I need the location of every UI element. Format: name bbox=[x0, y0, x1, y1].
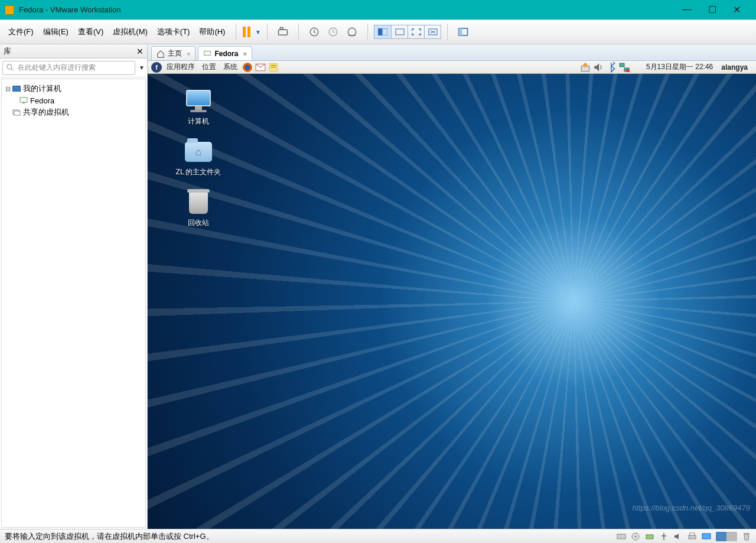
note-icon[interactable] bbox=[268, 63, 279, 72]
svg-rect-29 bbox=[689, 535, 696, 539]
svg-rect-7 bbox=[396, 29, 404, 35]
maximize-button[interactable]: ☐ bbox=[708, 4, 716, 15]
pause-icon bbox=[243, 27, 250, 37]
tree-fedora[interactable]: Fedora bbox=[4, 95, 143, 106]
usb-icon[interactable] bbox=[659, 532, 669, 541]
desktop-icon-label: 计算机 bbox=[172, 116, 224, 126]
desktop-computer-icon[interactable]: 计算机 bbox=[172, 88, 224, 126]
view-unity-button[interactable] bbox=[424, 25, 441, 38]
menu-tabs[interactable]: 选项卡(T) bbox=[152, 24, 195, 40]
status-hint: 要将输入定向到该虚拟机，请在虚拟机内部单击或按 Ctrl+G。 bbox=[5, 531, 617, 542]
gnome-places-menu[interactable]: 位置 bbox=[198, 62, 220, 72]
snapshot-manager-button[interactable] bbox=[345, 25, 359, 39]
library-header: 库 ✕ bbox=[0, 44, 147, 58]
gnome-applications-menu[interactable]: 应用程序 bbox=[163, 62, 198, 72]
svg-point-27 bbox=[635, 535, 637, 537]
svg-point-4 bbox=[348, 28, 357, 36]
svg-point-11 bbox=[7, 64, 12, 69]
desktop-home-folder-icon[interactable]: ZL 的主文件夹 bbox=[172, 139, 224, 177]
minimize-button[interactable]: — bbox=[682, 4, 692, 15]
menu-help[interactable]: 帮助(H) bbox=[194, 24, 230, 40]
trash-icon bbox=[184, 190, 213, 216]
tree-label: Fedora bbox=[30, 96, 54, 105]
svg-rect-22 bbox=[620, 63, 624, 67]
close-button[interactable]: ✕ bbox=[733, 4, 741, 15]
library-title: 库 bbox=[4, 46, 11, 57]
vm-icon bbox=[203, 50, 211, 58]
input-toggle[interactable] bbox=[716, 532, 737, 541]
menu-view[interactable]: 查看(V) bbox=[73, 24, 108, 40]
sound-icon[interactable] bbox=[673, 532, 683, 541]
search-icon bbox=[6, 64, 14, 71]
separator bbox=[447, 24, 448, 40]
separator bbox=[267, 24, 268, 40]
keyboard-icon bbox=[278, 27, 288, 37]
search-input[interactable]: 在此处键入内容进行搜索 bbox=[2, 61, 135, 75]
tab-label: 主页 bbox=[168, 48, 182, 58]
library-tree: ⊟ 我的计算机 Fedora 共享的虚拟机 bbox=[1, 79, 146, 528]
chevron-down-icon[interactable]: ▼ bbox=[255, 29, 261, 35]
watermark: https://blog.csdn.net/qq_30869479 bbox=[633, 503, 751, 512]
fedora-logo-icon[interactable]: f bbox=[151, 62, 162, 73]
view-windowed-button[interactable] bbox=[391, 25, 408, 38]
unity-icon bbox=[428, 28, 438, 35]
folder-icon bbox=[184, 139, 213, 165]
expand-icon[interactable]: ⊟ bbox=[4, 85, 11, 93]
tab-close-button[interactable]: × bbox=[187, 50, 190, 57]
mail-icon[interactable] bbox=[255, 63, 266, 72]
send-keys-button[interactable] bbox=[276, 25, 290, 39]
gnome-user-menu[interactable]: alangya bbox=[716, 63, 752, 71]
library-search: 在此处键入内容进行搜索 ▼ bbox=[0, 58, 147, 77]
clock-manage-icon bbox=[347, 27, 357, 37]
menubar: 文件(F) 编辑(E) 查看(V) 虚拟机(M) 选项卡(T) 帮助(H) ▼ bbox=[0, 19, 756, 44]
view-fullscreen-button[interactable] bbox=[408, 25, 424, 38]
pause-button[interactable]: ▼ bbox=[245, 25, 259, 39]
svg-rect-25 bbox=[617, 534, 625, 539]
disk-icon[interactable] bbox=[617, 532, 626, 541]
monitor-icon bbox=[11, 86, 22, 92]
svg-rect-1 bbox=[281, 28, 284, 30]
library-close-button[interactable]: ✕ bbox=[136, 47, 144, 56]
svg-rect-30 bbox=[690, 533, 695, 535]
desktop-trash-icon[interactable]: 回收站 bbox=[172, 190, 224, 228]
svg-rect-0 bbox=[279, 30, 288, 35]
clock-icon bbox=[309, 27, 320, 37]
library-toggle-button[interactable] bbox=[456, 25, 470, 39]
guest-desktop[interactable]: 计算机 ZL 的主文件夹 回收站 https://blog.csdn.net/q… bbox=[148, 74, 756, 529]
panel-icon bbox=[458, 27, 468, 37]
tab-label: Fedora bbox=[214, 50, 238, 58]
vm-icon bbox=[18, 97, 29, 104]
gnome-system-menu[interactable]: 系统 bbox=[220, 62, 241, 72]
bluetooth-icon[interactable] bbox=[606, 63, 617, 72]
tab-home[interactable]: 主页 × bbox=[151, 46, 195, 60]
svg-rect-32 bbox=[744, 533, 750, 534]
firefox-icon[interactable] bbox=[242, 63, 253, 72]
svg-rect-12 bbox=[20, 97, 27, 102]
cd-icon[interactable] bbox=[631, 532, 640, 541]
svg-rect-5 bbox=[378, 28, 382, 35]
update-icon[interactable] bbox=[580, 63, 591, 72]
tab-close-button[interactable]: × bbox=[243, 50, 246, 57]
tab-fedora[interactable]: Fedora × bbox=[198, 46, 252, 60]
trash-status-icon[interactable] bbox=[742, 532, 751, 541]
tab-strip: 主页 × Fedora × bbox=[148, 44, 756, 61]
gnome-clock[interactable]: 5月13日星期一 22:46 bbox=[643, 62, 716, 72]
display-icon[interactable] bbox=[702, 532, 711, 541]
printer-icon[interactable] bbox=[687, 532, 697, 541]
svg-rect-28 bbox=[646, 535, 653, 539]
network-adapter-icon[interactable] bbox=[645, 532, 654, 541]
menu-file[interactable]: 文件(F) bbox=[4, 24, 38, 40]
view-console-button[interactable] bbox=[374, 25, 391, 38]
main-area: 主页 × Fedora × f 应用程序 位置 系统 5月13日星期一 22:4… bbox=[148, 44, 756, 529]
tree-shared-vms[interactable]: 共享的虚拟机 bbox=[4, 106, 143, 118]
volume-icon[interactable] bbox=[593, 63, 604, 72]
network-icon[interactable] bbox=[619, 63, 630, 72]
menu-vm[interactable]: 虚拟机(M) bbox=[108, 24, 152, 40]
menu-edit[interactable]: 编辑(E) bbox=[38, 24, 73, 40]
search-dropdown[interactable]: ▼ bbox=[139, 64, 145, 71]
snapshot-revert-button[interactable] bbox=[326, 25, 340, 39]
view-mode-group bbox=[374, 25, 441, 39]
tree-my-computer[interactable]: ⊟ 我的计算机 bbox=[4, 83, 143, 95]
snapshot-button[interactable] bbox=[307, 25, 321, 39]
status-device-icons bbox=[617, 532, 751, 541]
